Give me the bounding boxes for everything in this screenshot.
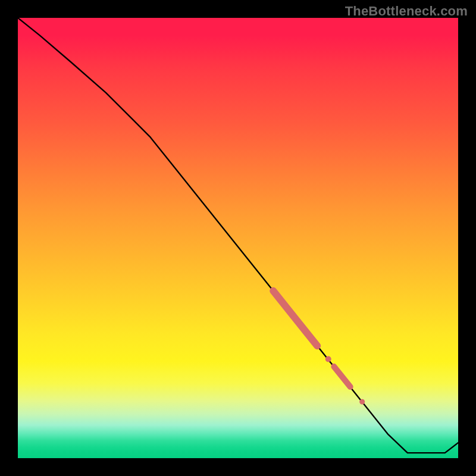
chart-svg: [18, 18, 458, 458]
chart-frame: TheBottleneck.com: [0, 0, 476, 476]
highlight-segment-1: [273, 291, 317, 346]
highlight-segment-2: [334, 367, 350, 387]
bottleneck-curve: [18, 18, 458, 453]
highlight-dot-2: [359, 399, 365, 405]
highlight-dot-1: [325, 356, 331, 362]
plot-area: [18, 18, 458, 458]
watermark-text: TheBottleneck.com: [345, 4, 468, 19]
